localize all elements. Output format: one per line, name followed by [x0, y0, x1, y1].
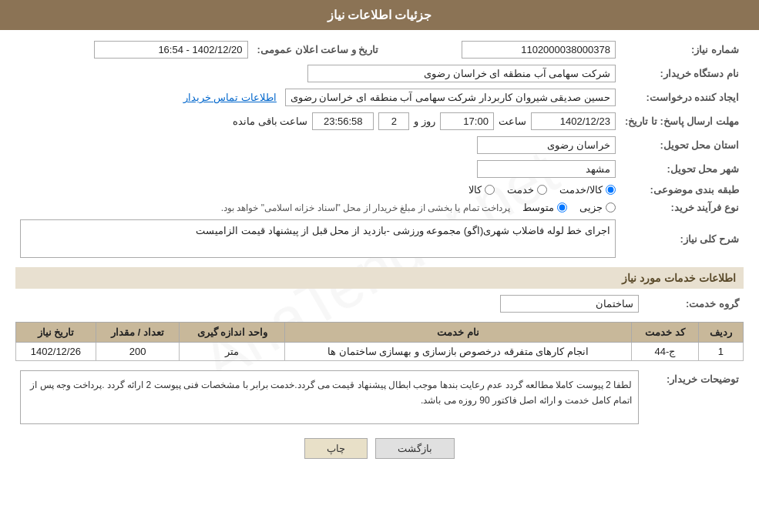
remaining-day-label: روز و [414, 115, 435, 127]
print-button[interactable]: چاپ [304, 438, 368, 459]
category-label-kala-khedmat: کالا/خدمت [559, 184, 603, 196]
col-date: تاریخ نیاز [16, 323, 96, 343]
buttons-row: بازگشت چاپ [15, 438, 744, 459]
col-row: ردیف [698, 323, 743, 343]
buyer-org-value: شرکت سهامی آب منطقه ای خراسان رضوی [307, 65, 616, 82]
process-radio-mottawaset[interactable] [557, 202, 567, 212]
col-code: کد خدمت [632, 323, 699, 343]
creator-value: حسین صدیقی شیروان کاربردار شرکت سهامی آب… [285, 89, 616, 106]
category-option-khedmat[interactable]: خدمت [507, 184, 547, 196]
process-label: نوع فرآیند خرید: [620, 199, 744, 216]
need-desc-value: اجرای خط لوله فاضلاب شهری(اگو) مجموعه ور… [20, 219, 616, 258]
category-radio-kala-khedmat[interactable] [606, 185, 616, 195]
services-table: ردیف کد خدمت نام خدمت واحد اندازه گیری ت… [15, 322, 744, 361]
announce-date-label: تاریخ و ساعت اعلان عمومی: [253, 38, 384, 62]
category-radio-kala[interactable] [485, 185, 495, 195]
category-option-kala[interactable]: کالا [468, 184, 495, 196]
remaining-time-value: 23:56:58 [312, 112, 374, 130]
city-value: مشهد [477, 160, 616, 178]
process-label-mottawaset: متوسط [522, 202, 554, 213]
process-option-mottawaset[interactable]: متوسط [522, 202, 567, 213]
cell-code: ج-44 [632, 343, 699, 361]
need-number-value: 1102000038000378 [462, 41, 616, 59]
reply-time-label: ساعت [499, 115, 526, 127]
announce-date-value: 1402/12/20 - 16:54 [94, 41, 248, 59]
cell-row: 1 [698, 343, 743, 361]
reply-date-value: 1402/12/23 [531, 112, 616, 130]
cell-unit: متر [180, 343, 285, 361]
need-number-label: شماره نیاز: [620, 38, 744, 62]
need-desc-label: شرح کلی نیاز: [620, 216, 744, 261]
remaining-time-label: ساعت باقی مانده [233, 115, 307, 127]
category-label-khedmat: خدمت [507, 184, 534, 196]
category-radio-group: کالا خدمت کالا/خدمت [20, 184, 616, 196]
category-label-kala: کالا [468, 184, 482, 196]
service-group-value: ساختمان [500, 295, 639, 313]
table-row: 1ج-44انجام کارهای متفرقه درخصوص بازسازی … [16, 343, 744, 361]
remaining-day-value: 2 [378, 112, 409, 130]
buyer-org-label: نام دستگاه خریدار: [620, 62, 744, 85]
services-section-title: اطلاعات خدمات مورد نیاز [15, 267, 744, 289]
back-button[interactable]: بازگشت [375, 438, 455, 459]
process-type-group: جزیی متوسط پرداخت تمام یا بخشی از مبلغ خ… [20, 202, 616, 213]
category-radio-khedmat[interactable] [537, 185, 547, 195]
buyer-notes-value: لطفا 2 پیوست کاملا مطالعه گردد عدم رعایت… [20, 370, 639, 424]
buyer-notes-label: توضیحات خریدار: [643, 367, 744, 427]
category-option-kala-khedmat[interactable]: کالا/خدمت [559, 184, 616, 196]
col-unit: واحد اندازه گیری [180, 323, 285, 343]
province-value: خراسان رضوی [477, 136, 616, 154]
process-label-jozyi: جزیی [579, 202, 603, 213]
cell-date: 1402/12/26 [16, 343, 96, 361]
process-note: پرداخت تمام یا بخشی از مبلغ خریدار از مح… [221, 202, 510, 213]
reply-time-value: 17:00 [440, 112, 494, 130]
category-label: طبقه بندی موضوعی: [620, 181, 744, 199]
cell-quantity: 200 [96, 343, 180, 361]
page-header: جزئیات اطلاعات نیاز [0, 0, 759, 30]
reply-deadline-label: مهلت ارسال پاسخ: تا تاریخ: [620, 109, 744, 133]
city-label: شهر محل تحویل: [620, 157, 744, 181]
col-name: نام خدمت [285, 323, 632, 343]
province-label: استان محل تحویل: [620, 133, 744, 157]
process-radio-jozyi[interactable] [606, 202, 616, 212]
cell-name: انجام کارهای متفرقه درخصوص بازسازی و بهس… [285, 343, 632, 361]
process-option-jozyi[interactable]: جزیی [579, 202, 616, 213]
contact-link[interactable]: اطلاعات تماس خریدار [183, 92, 277, 103]
page-title: جزئیات اطلاعات نیاز [327, 8, 432, 22]
creator-label: ایجاد کننده درخواست: [620, 85, 744, 109]
col-quantity: تعداد / مقدار [96, 323, 180, 343]
service-group-label: گروه خدمت: [643, 292, 744, 316]
